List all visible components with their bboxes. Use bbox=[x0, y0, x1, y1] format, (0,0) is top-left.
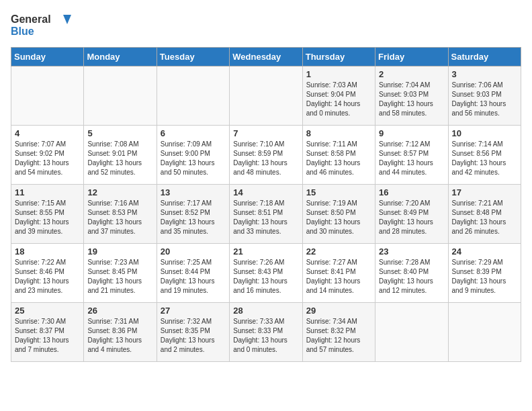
calendar-cell: 16Sunrise: 7:20 AM Sunset: 8:49 PM Dayli… bbox=[375, 185, 448, 244]
day-info: Sunrise: 7:19 AM Sunset: 8:50 PM Dayligh… bbox=[306, 199, 371, 236]
calendar-cell bbox=[375, 303, 448, 362]
calendar-cell: 20Sunrise: 7:25 AM Sunset: 8:44 PM Dayli… bbox=[157, 244, 229, 303]
day-number: 20 bbox=[161, 246, 226, 257]
svg-marker-2 bbox=[63, 15, 71, 24]
day-info: Sunrise: 7:12 AM Sunset: 8:57 PM Dayligh… bbox=[379, 140, 444, 177]
day-info: Sunrise: 7:06 AM Sunset: 9:03 PM Dayligh… bbox=[452, 81, 517, 118]
day-info: Sunrise: 7:26 AM Sunset: 8:43 PM Dayligh… bbox=[233, 258, 298, 295]
day-number: 14 bbox=[233, 187, 298, 197]
day-number: 16 bbox=[379, 187, 444, 197]
day-number: 13 bbox=[161, 187, 226, 197]
day-number: 1 bbox=[306, 69, 371, 79]
calendar-cell bbox=[11, 66, 84, 126]
calendar-cell: 11Sunrise: 7:15 AM Sunset: 8:55 PM Dayli… bbox=[11, 185, 84, 244]
calendar-cell: 21Sunrise: 7:26 AM Sunset: 8:43 PM Dayli… bbox=[230, 244, 302, 303]
day-info: Sunrise: 7:22 AM Sunset: 8:46 PM Dayligh… bbox=[15, 258, 80, 295]
day-info: Sunrise: 7:20 AM Sunset: 8:49 PM Dayligh… bbox=[379, 199, 444, 236]
day-info: Sunrise: 7:04 AM Sunset: 9:03 PM Dayligh… bbox=[379, 81, 444, 118]
calendar-cell: 26Sunrise: 7:31 AM Sunset: 8:36 PM Dayli… bbox=[84, 303, 157, 362]
day-number: 12 bbox=[87, 187, 152, 197]
day-info: Sunrise: 7:10 AM Sunset: 8:59 PM Dayligh… bbox=[233, 140, 298, 177]
calendar-cell: 8Sunrise: 7:11 AM Sunset: 8:58 PM Daylig… bbox=[302, 126, 375, 185]
calendar-cell: 19Sunrise: 7:23 AM Sunset: 8:45 PM Dayli… bbox=[84, 244, 157, 303]
day-info: Sunrise: 7:15 AM Sunset: 8:55 PM Dayligh… bbox=[15, 199, 80, 236]
day-number: 15 bbox=[306, 187, 371, 197]
day-number: 19 bbox=[87, 246, 152, 257]
logo-svg: General Blue bbox=[11, 11, 71, 40]
weekday-header-sunday: Sunday bbox=[11, 48, 84, 66]
calendar-week-3: 11Sunrise: 7:15 AM Sunset: 8:55 PM Dayli… bbox=[11, 185, 521, 244]
calendar-cell: 13Sunrise: 7:17 AM Sunset: 8:52 PM Dayli… bbox=[157, 185, 229, 244]
day-number: 23 bbox=[379, 246, 444, 257]
calendar-cell: 14Sunrise: 7:18 AM Sunset: 8:51 PM Dayli… bbox=[230, 185, 302, 244]
day-number: 22 bbox=[306, 246, 371, 257]
day-info: Sunrise: 7:33 AM Sunset: 8:33 PM Dayligh… bbox=[233, 317, 298, 355]
day-info: Sunrise: 7:34 AM Sunset: 8:32 PM Dayligh… bbox=[306, 317, 371, 355]
calendar-cell: 10Sunrise: 7:14 AM Sunset: 8:56 PM Dayli… bbox=[448, 126, 521, 185]
day-info: Sunrise: 7:27 AM Sunset: 8:41 PM Dayligh… bbox=[306, 258, 371, 295]
day-number: 3 bbox=[452, 69, 517, 79]
calendar-cell: 18Sunrise: 7:22 AM Sunset: 8:46 PM Dayli… bbox=[11, 244, 84, 303]
calendar-cell bbox=[230, 66, 302, 126]
weekday-header-thursday: Thursday bbox=[302, 48, 375, 66]
day-info: Sunrise: 7:29 AM Sunset: 8:39 PM Dayligh… bbox=[452, 258, 517, 295]
calendar-cell: 1Sunrise: 7:03 AM Sunset: 9:04 PM Daylig… bbox=[302, 66, 375, 126]
day-info: Sunrise: 7:11 AM Sunset: 8:58 PM Dayligh… bbox=[306, 140, 371, 177]
calendar-cell: 23Sunrise: 7:28 AM Sunset: 8:40 PM Dayli… bbox=[375, 244, 448, 303]
day-number: 2 bbox=[379, 69, 444, 79]
day-info: Sunrise: 7:07 AM Sunset: 9:02 PM Dayligh… bbox=[15, 140, 80, 177]
day-info: Sunrise: 7:14 AM Sunset: 8:56 PM Dayligh… bbox=[452, 140, 517, 177]
day-info: Sunrise: 7:18 AM Sunset: 8:51 PM Dayligh… bbox=[233, 199, 298, 236]
weekday-header-tuesday: Tuesday bbox=[157, 48, 229, 66]
day-number: 21 bbox=[233, 246, 298, 257]
day-info: Sunrise: 7:31 AM Sunset: 8:36 PM Dayligh… bbox=[87, 317, 152, 355]
day-info: Sunrise: 7:28 AM Sunset: 8:40 PM Dayligh… bbox=[379, 258, 444, 295]
calendar-week-1: 1Sunrise: 7:03 AM Sunset: 9:04 PM Daylig… bbox=[11, 66, 521, 126]
day-info: Sunrise: 7:21 AM Sunset: 8:48 PM Dayligh… bbox=[452, 199, 517, 236]
weekday-header-saturday: Saturday bbox=[448, 48, 521, 66]
day-number: 8 bbox=[306, 128, 371, 138]
day-info: Sunrise: 7:16 AM Sunset: 8:53 PM Dayligh… bbox=[87, 199, 152, 236]
day-number: 10 bbox=[452, 128, 517, 138]
calendar-cell: 28Sunrise: 7:33 AM Sunset: 8:33 PM Dayli… bbox=[230, 303, 302, 362]
calendar-cell: 29Sunrise: 7:34 AM Sunset: 8:32 PM Dayli… bbox=[302, 303, 375, 362]
day-number: 9 bbox=[379, 128, 444, 138]
calendar-cell: 24Sunrise: 7:29 AM Sunset: 8:39 PM Dayli… bbox=[448, 244, 521, 303]
logo: General Blue bbox=[11, 11, 71, 40]
day-info: Sunrise: 7:25 AM Sunset: 8:44 PM Dayligh… bbox=[161, 258, 226, 295]
calendar-week-2: 4Sunrise: 7:07 AM Sunset: 9:02 PM Daylig… bbox=[11, 126, 521, 185]
calendar-cell: 25Sunrise: 7:30 AM Sunset: 8:37 PM Dayli… bbox=[11, 303, 84, 362]
calendar-table: SundayMondayTuesdayWednesdayThursdayFrid… bbox=[11, 47, 521, 362]
day-number: 11 bbox=[15, 187, 80, 197]
calendar-cell: 22Sunrise: 7:27 AM Sunset: 8:41 PM Dayli… bbox=[302, 244, 375, 303]
calendar-cell: 12Sunrise: 7:16 AM Sunset: 8:53 PM Dayli… bbox=[84, 185, 157, 244]
calendar-cell: 6Sunrise: 7:09 AM Sunset: 9:00 PM Daylig… bbox=[157, 126, 229, 185]
day-number: 17 bbox=[452, 187, 517, 197]
day-info: Sunrise: 7:08 AM Sunset: 9:01 PM Dayligh… bbox=[87, 140, 152, 177]
calendar-week-4: 18Sunrise: 7:22 AM Sunset: 8:46 PM Dayli… bbox=[11, 244, 521, 303]
day-info: Sunrise: 7:03 AM Sunset: 9:04 PM Dayligh… bbox=[306, 81, 371, 118]
day-number: 7 bbox=[233, 128, 298, 138]
weekday-header-wednesday: Wednesday bbox=[230, 48, 302, 66]
weekday-header-friday: Friday bbox=[375, 48, 448, 66]
calendar-cell: 27Sunrise: 7:32 AM Sunset: 8:35 PM Dayli… bbox=[157, 303, 229, 362]
calendar-cell: 15Sunrise: 7:19 AM Sunset: 8:50 PM Dayli… bbox=[302, 185, 375, 244]
day-number: 5 bbox=[87, 128, 152, 138]
calendar-cell: 17Sunrise: 7:21 AM Sunset: 8:48 PM Dayli… bbox=[448, 185, 521, 244]
day-info: Sunrise: 7:23 AM Sunset: 8:45 PM Dayligh… bbox=[87, 258, 152, 295]
svg-text:Blue: Blue bbox=[11, 26, 34, 37]
day-number: 6 bbox=[161, 128, 226, 138]
calendar-cell: 4Sunrise: 7:07 AM Sunset: 9:02 PM Daylig… bbox=[11, 126, 84, 185]
calendar-week-5: 25Sunrise: 7:30 AM Sunset: 8:37 PM Dayli… bbox=[11, 303, 521, 362]
day-number: 18 bbox=[15, 246, 80, 257]
calendar-cell bbox=[157, 66, 229, 126]
weekday-header-row: SundayMondayTuesdayWednesdayThursdayFrid… bbox=[11, 48, 521, 66]
calendar-cell: 2Sunrise: 7:04 AM Sunset: 9:03 PM Daylig… bbox=[375, 66, 448, 126]
svg-text:General: General bbox=[11, 13, 51, 25]
calendar-cell: 5Sunrise: 7:08 AM Sunset: 9:01 PM Daylig… bbox=[84, 126, 157, 185]
day-number: 28 bbox=[233, 306, 298, 316]
day-number: 4 bbox=[15, 128, 80, 138]
calendar-cell: 9Sunrise: 7:12 AM Sunset: 8:57 PM Daylig… bbox=[375, 126, 448, 185]
calendar-cell bbox=[84, 66, 157, 126]
day-info: Sunrise: 7:30 AM Sunset: 8:37 PM Dayligh… bbox=[15, 317, 80, 355]
